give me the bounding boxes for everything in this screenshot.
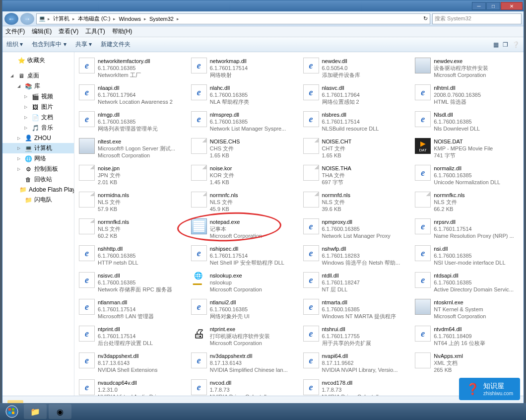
file-item[interactable]: nlahc.dll6.1.7600.16385NLA 帮助程序类 (189, 82, 298, 108)
sidebar-item[interactable]: ◢🖥桌面 (2, 70, 74, 81)
file-item[interactable]: normnfkd.nlsNLS 文件60.2 KB (76, 216, 186, 242)
close-button[interactable]: ✕ (501, 2, 523, 10)
menu-edit[interactable]: 编辑(E) (32, 27, 52, 36)
back-button[interactable]: ← (4, 13, 18, 25)
file-item[interactable]: ntprint.dll6.1.7601.17514后台处理程序设置 DLL (76, 323, 186, 349)
menu-help[interactable]: 帮助(H) (112, 27, 132, 36)
sidebar-item[interactable]: ▷🖼图片 (2, 102, 74, 112)
file-item[interactable]: nrpsrv.dll6.1.7601.17514Name Resolution … (412, 216, 522, 242)
file-item[interactable]: DATNOISE.DATKMP - MPEG Movie File741 字节 (412, 136, 522, 161)
sidebar-item[interactable]: ▷⚙控制面板 (2, 164, 74, 174)
file-item[interactable]: npmproxy.dll6.1.7600.16385Network List M… (301, 216, 410, 242)
file-item[interactable]: normaliz.dll6.1.7600.16385Unicode Normal… (412, 162, 522, 188)
sidebar-item[interactable]: ▷👤ZHOU (2, 133, 74, 143)
chevron-right-icon[interactable]: ▸ (72, 16, 75, 21)
minimize-button[interactable]: ─ (472, 2, 486, 10)
sidebar-item[interactable]: ▷📄文档 (2, 112, 74, 123)
file-item[interactable]: nlaapi.dll6.1.7601.17964Network Location… (76, 82, 186, 108)
tree-toggle-icon[interactable]: ▷ (17, 156, 22, 161)
chevron-right-icon[interactable]: ▸ (113, 16, 116, 21)
file-item[interactable]: newdev.exe设备驱动程序软件安装Microsoft Corporatio… (412, 55, 522, 81)
tree-toggle-icon[interactable]: ▷ (17, 167, 22, 171)
file-item[interactable]: nlhtml.dll2008.0.7600.16385HTML 筛选器 (412, 82, 522, 108)
file-item[interactable]: nshwfp.dll6.1.7601.18283Windows 筛选平台 Net… (301, 243, 410, 269)
file-item[interactable]: normnfc.nlsNLS 文件45.9 KB (189, 189, 298, 215)
breadcrumb-seg[interactable]: 本地磁盘 (C:) (77, 15, 111, 22)
tree-toggle-icon[interactable]: ▷ (24, 105, 29, 109)
sidebar-item[interactable]: ▷🎬视频 (2, 91, 74, 102)
include-library-button[interactable]: 包含到库中 ▾ (32, 40, 66, 49)
file-item[interactable]: networkitemfactory.dll6.1.7600.16385Netw… (76, 55, 186, 81)
tree-toggle-icon[interactable]: ▷ (17, 146, 22, 150)
breadcrumb-seg[interactable]: System32 (148, 16, 175, 22)
chevron-right-icon[interactable]: ▸ (48, 16, 50, 21)
file-item[interactable]: NvApps.xmlXML 文档265 KB (412, 350, 522, 376)
tree-toggle-icon[interactable]: ▷ (24, 126, 29, 130)
file-item[interactable]: nvcod178.dll1.7.8.73NVIDIA Driver CoInst… (301, 377, 410, 396)
file-item[interactable]: newdev.dll6.0.5054.0添加硬件设备库 (301, 55, 410, 81)
file-item[interactable]: nlmgp.dll6.1.7600.16385网络列表管理器管理单元 (76, 109, 186, 135)
tree-toggle-icon[interactable]: ▷ (17, 136, 22, 140)
sidebar-item[interactable]: 📁闪电队 (2, 195, 74, 205)
chevron-right-icon[interactable]: ▸ (144, 16, 146, 21)
file-item[interactable]: nltest.exeMicrosoft® Logon Server 测试...M… (76, 136, 186, 161)
breadcrumb-seg[interactable]: Windows (118, 16, 142, 22)
file-item[interactable]: normnfkc.nlsNLS 文件66.2 KB (412, 189, 522, 215)
file-item[interactable]: NOISE.CHTCHT 文件1.65 KB (301, 136, 410, 161)
menu-tools[interactable]: 工具(T) (85, 27, 105, 36)
file-item[interactable]: nsi.dll6.1.7600.16385NSI User-mode inter… (412, 243, 522, 269)
forward-button[interactable]: → (20, 13, 34, 25)
file-item[interactable]: nlmsprep.dll6.1.7600.16385Network List M… (189, 109, 298, 135)
file-item[interactable]: nvcod.dll1.7.8.73NVIDIA Driver CoInstall… (189, 377, 298, 396)
file-item[interactable]: ntvdm64.dll6.1.7601.18409NT64 上的 16 位枚举 (412, 323, 522, 349)
maximize-button[interactable]: □ (486, 2, 500, 10)
start-button[interactable] (2, 404, 22, 419)
file-item[interactable]: NOISE.CHSCHS 文件1.65 KB (189, 136, 298, 161)
sidebar-item[interactable]: 📁Adobe Flash Player (2, 185, 74, 195)
file-item[interactable]: Nlsdl.dll6.1.7600.16385Nls Downlevel DLL (412, 109, 522, 135)
refresh-icon[interactable]: ↻ (423, 15, 428, 22)
menu-file[interactable]: 文件(F) (5, 27, 25, 36)
file-item[interactable]: ntoskrnl.exeNT Kernel & SystemMicrosoft … (412, 296, 522, 322)
file-item[interactable]: nv3dappshext.dll8.17.13.6143NVIDIA Shell… (76, 350, 186, 376)
tree-toggle-icon[interactable]: ◢ (17, 84, 22, 88)
file-item[interactable]: ntshrui.dll6.1.7601.17755用于共享的外壳扩展 (301, 323, 410, 349)
file-item[interactable]: nv3dappshextr.dll8.17.13.6143NVIDIA Simp… (189, 350, 298, 376)
file-item[interactable]: nshhttp.dll6.1.7600.16385HTTP netsh DLL (76, 243, 186, 269)
menu-view[interactable]: 查看(V) (59, 27, 78, 36)
taskbar-explorer[interactable]: 📁 (24, 404, 47, 419)
file-item[interactable]: normidna.nlsNLS 文件57.9 KB (76, 189, 186, 215)
new-folder-button[interactable]: 新建文件夹 (101, 40, 131, 49)
sidebar-item[interactable]: ▷💻计算机 (2, 143, 74, 153)
search-input[interactable]: 搜索 System32 (432, 13, 522, 24)
file-item[interactable]: nlasvc.dll6.1.7601.17964网络位置感知 2 (301, 82, 410, 108)
file-item[interactable]: noise.jpnJPN 文件2.01 KB (76, 162, 186, 188)
sidebar-item[interactable]: ⭐收藏夹 (2, 55, 74, 66)
help-icon[interactable]: ❔ (512, 41, 520, 48)
sidebar-item[interactable]: ▷🌐网络 (2, 153, 74, 164)
tree-toggle-icon[interactable]: ◢ (10, 73, 15, 78)
file-item[interactable]: nlsbres.dll6.1.7601.17514NLSBuild resour… (301, 109, 410, 135)
file-item[interactable]: nvaudcap64v.dll1.2.31.0NVIDIA Virtual Au… (76, 377, 186, 396)
file-item[interactable]: networkmap.dll6.1.7601.17514网络映射 (189, 55, 298, 81)
file-item[interactable]: ntdll.dll6.1.7601.18247NT 层 DLL (301, 270, 410, 295)
file-item[interactable]: nshipsec.dll6.1.7601.17514Net Shell IP 安… (189, 243, 298, 269)
taskbar-app[interactable]: ◉ (49, 404, 71, 419)
file-item[interactable]: ntlanui2.dll6.1.7600.16385网络对象外壳 UI (189, 296, 298, 322)
tree-toggle-icon[interactable]: ▷ (24, 115, 29, 120)
view-mode-icon[interactable]: ▦ (493, 41, 499, 48)
chevron-right-icon[interactable]: ▸ (177, 16, 179, 21)
sidebar-item[interactable]: 🗑回收站 (2, 174, 74, 185)
file-item[interactable]: ntmarta.dll6.1.7600.16385Windows NT MART… (301, 296, 410, 322)
preview-pane-icon[interactable]: ❐ (503, 41, 508, 48)
share-button[interactable]: 共享 ▾ (75, 40, 92, 49)
sidebar-item[interactable]: ◢📚库 (2, 81, 74, 91)
file-item[interactable]: NOISE.THATHA 文件697 字节 (301, 162, 410, 188)
breadcrumb-seg[interactable]: 计算机 (52, 15, 70, 22)
file-item[interactable]: nvapi64.dll8.17.11.9562NVIDIA NVAPI Libr… (301, 350, 410, 376)
file-item[interactable]: ntlanman.dll6.1.7601.17514Microsoft® LAN… (76, 296, 186, 322)
file-item[interactable]: nslookup.exenslookupMicrosoft Corporatio… (189, 270, 298, 295)
file-item[interactable]: noise.korKOR 文件1.45 KB (189, 162, 298, 188)
file-item[interactable]: notepad.exe记事本Microsoft Corporation (189, 216, 298, 242)
file-item[interactable]: nsisvc.dll6.1.7600.16385Network 存储界面 RPC… (76, 270, 186, 295)
